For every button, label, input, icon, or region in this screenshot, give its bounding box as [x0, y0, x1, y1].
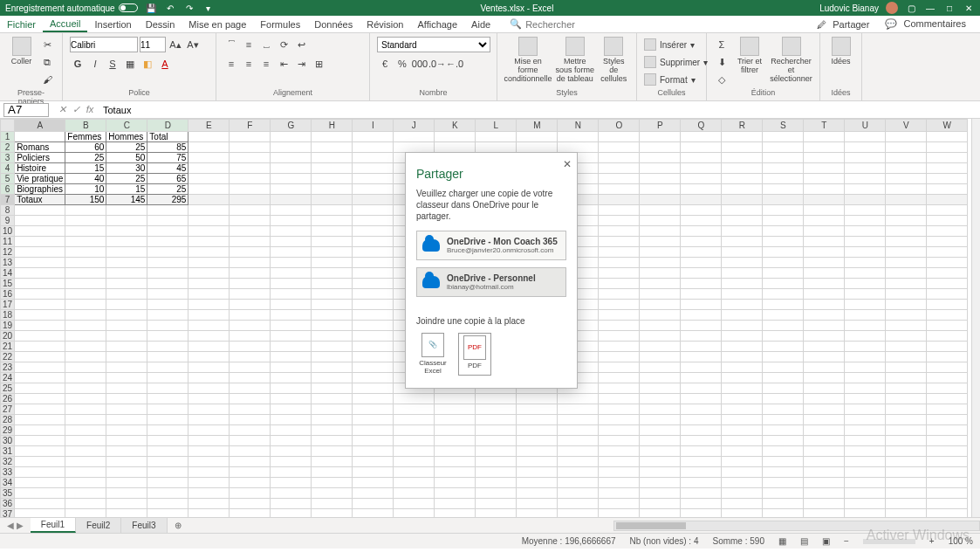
cell[interactable] [640, 394, 681, 404]
cell[interactable] [722, 247, 763, 258]
cell[interactable] [599, 321, 640, 331]
cell[interactable] [353, 394, 394, 404]
formula-input[interactable]: Totaux [99, 105, 980, 115]
cell[interactable] [106, 331, 147, 342]
insert-cells-button[interactable]: Insérer ▾ [644, 37, 695, 52]
cell[interactable] [188, 184, 230, 195]
cell[interactable] [927, 310, 968, 321]
align-left-icon[interactable]: ≡ [223, 56, 239, 72]
cell[interactable] [845, 195, 886, 205]
cell[interactable] [845, 300, 886, 310]
cell[interactable] [106, 425, 147, 436]
cell[interactable] [15, 509, 65, 518]
cell[interactable] [15, 457, 65, 467]
cell[interactable] [927, 362, 968, 373]
cell[interactable] [15, 132, 65, 142]
cell[interactable] [804, 174, 845, 184]
cell[interactable] [845, 132, 886, 142]
cell[interactable] [886, 436, 927, 446]
cell[interactable] [722, 436, 763, 446]
col-header[interactable]: W [927, 120, 968, 132]
bold-button[interactable]: G [70, 56, 86, 72]
cell[interactable] [927, 237, 968, 247]
cell[interactable] [188, 457, 230, 467]
cell[interactable] [845, 142, 886, 153]
inc-decimal-icon[interactable]: .0→ [429, 56, 445, 72]
row-header[interactable]: 28 [1, 415, 15, 425]
cell[interactable] [230, 132, 271, 142]
cell[interactable] [927, 216, 968, 226]
cell[interactable] [65, 446, 106, 457]
cell[interactable] [599, 373, 640, 383]
cell[interactable] [886, 404, 927, 415]
cell[interactable] [804, 321, 845, 331]
cell[interactable] [927, 132, 968, 142]
dialog-close-icon[interactable]: ✕ [563, 158, 572, 170]
cell[interactable]: 25 [147, 184, 188, 195]
cell[interactable] [845, 446, 886, 457]
cell[interactable] [804, 289, 845, 300]
cell[interactable] [230, 258, 271, 268]
cell[interactable] [599, 457, 640, 467]
cell[interactable] [271, 184, 312, 195]
dec-indent-icon[interactable]: ⇤ [276, 56, 291, 72]
cell[interactable] [599, 342, 640, 352]
cell[interactable] [15, 373, 65, 383]
cell[interactable] [147, 321, 188, 331]
cell[interactable] [230, 300, 271, 310]
cell[interactable] [353, 142, 394, 153]
cell[interactable]: 75 [147, 153, 188, 163]
cell[interactable] [763, 153, 804, 163]
cell[interactable] [106, 310, 147, 321]
italic-button[interactable]: I [87, 56, 103, 72]
cell[interactable] [640, 205, 681, 216]
cell[interactable] [188, 352, 230, 362]
cell[interactable] [722, 195, 763, 205]
cell[interactable] [353, 132, 394, 142]
cell[interactable]: Biographies [15, 184, 65, 195]
cell[interactable] [886, 142, 927, 153]
cell[interactable] [681, 226, 722, 237]
sheet-tab-3[interactable]: Feuil3 [121, 518, 167, 533]
cell[interactable] [763, 362, 804, 373]
cell[interactable] [188, 404, 230, 415]
cell[interactable] [147, 436, 188, 446]
cell[interactable] [722, 289, 763, 300]
cell[interactable] [640, 352, 681, 362]
cell[interactable] [763, 310, 804, 321]
row-header[interactable]: 8 [1, 205, 15, 216]
cell[interactable] [722, 488, 763, 499]
cell[interactable] [106, 446, 147, 457]
cell[interactable] [15, 342, 65, 352]
ideas-button[interactable]: Idées [827, 37, 854, 66]
cell[interactable] [763, 195, 804, 205]
close-icon[interactable]: ✕ [963, 2, 975, 14]
cell[interactable] [230, 342, 271, 352]
cell[interactable] [15, 310, 65, 321]
cell[interactable] [845, 342, 886, 352]
cell[interactable] [845, 289, 886, 300]
cell[interactable] [353, 153, 394, 163]
cell[interactable] [886, 488, 927, 499]
cell[interactable] [804, 373, 845, 383]
cell[interactable] [65, 321, 106, 331]
cell[interactable] [271, 488, 312, 499]
cell[interactable] [188, 142, 230, 153]
cell[interactable] [804, 342, 845, 352]
cell[interactable] [353, 268, 394, 279]
cell[interactable] [271, 446, 312, 457]
cell[interactable] [681, 310, 722, 321]
onedrive-personal-option[interactable]: OneDrive - Personnel lbianay@hotmail.com [416, 267, 566, 297]
cell[interactable] [106, 352, 147, 362]
col-header[interactable]: O [599, 120, 640, 132]
cell[interactable] [804, 205, 845, 216]
cell[interactable] [558, 425, 599, 436]
row-header[interactable]: 30 [1, 436, 15, 446]
cell[interactable] [271, 226, 312, 237]
cell[interactable] [722, 268, 763, 279]
cell[interactable] [353, 300, 394, 310]
cell[interactable] [845, 394, 886, 404]
cell[interactable] [312, 237, 353, 247]
cell[interactable] [845, 216, 886, 226]
row-header[interactable]: 19 [1, 321, 15, 331]
